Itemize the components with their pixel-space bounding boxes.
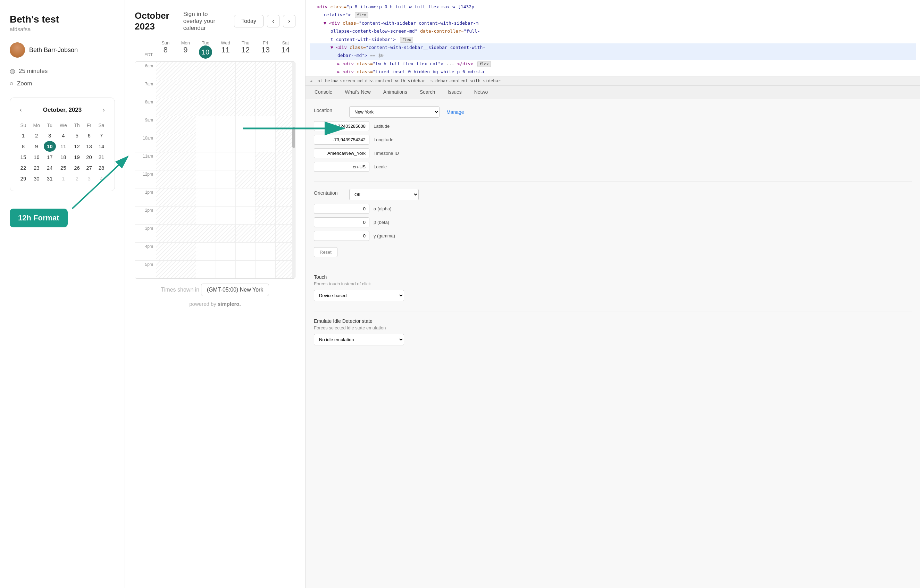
timezone-input[interactable] — [314, 148, 369, 158]
calendar-cell[interactable] — [176, 188, 196, 206]
tab-issues[interactable]: Issues — [441, 86, 468, 99]
calendar-cell[interactable] — [255, 98, 275, 116]
mini-cal-day[interactable]: 6 — [83, 130, 95, 141]
mini-cal-day[interactable]: 2 — [71, 173, 83, 184]
calendar-cell[interactable] — [215, 62, 235, 80]
prev-week-button[interactable]: ‹ — [267, 15, 279, 28]
calendar-cell[interactable] — [156, 260, 176, 279]
calendar-cell[interactable] — [255, 170, 275, 188]
calendar-cell[interactable] — [156, 134, 176, 152]
mini-cal-day[interactable]: 3 — [44, 130, 56, 141]
calendar-cell[interactable] — [215, 134, 235, 152]
calendar-cell[interactable] — [196, 62, 215, 80]
calendar-cell[interactable] — [235, 152, 255, 170]
calendar-cell[interactable] — [215, 206, 235, 224]
calendar-cell[interactable] — [176, 134, 196, 152]
mini-cal-day[interactable]: 20 — [83, 152, 95, 162]
calendar-cell[interactable] — [176, 98, 196, 116]
calendar-cell[interactable] — [215, 98, 235, 116]
calendar-cell[interactable] — [255, 152, 275, 170]
mini-cal-day[interactable]: 7 — [95, 130, 108, 141]
calendar-cell[interactable] — [196, 80, 215, 98]
calendar-cell[interactable] — [156, 242, 176, 260]
mini-cal-day[interactable]: 15 — [17, 152, 29, 162]
orientation-select[interactable]: Off — [349, 189, 419, 200]
calendar-cell[interactable] — [235, 188, 255, 206]
calendar-cell[interactable] — [156, 116, 176, 134]
calendar-cell[interactable] — [196, 170, 215, 188]
calendar-cell[interactable] — [235, 260, 255, 279]
devtools-tabs[interactable]: Console What's New Animations Search Iss… — [306, 86, 920, 99]
calendar-cell[interactable] — [176, 260, 196, 279]
calendar-cell[interactable] — [196, 260, 215, 279]
next-week-button[interactable]: › — [283, 15, 295, 28]
locale-input[interactable] — [314, 162, 369, 172]
calendar-cell[interactable] — [215, 224, 235, 242]
calendar-cell[interactable] — [255, 224, 275, 242]
mini-cal-day[interactable]: 1 — [17, 130, 29, 141]
calendar-cell[interactable] — [215, 242, 235, 260]
calendar-cell[interactable] — [156, 152, 176, 170]
calendar-cell[interactable] — [196, 152, 215, 170]
calendar-cell[interactable] — [255, 116, 275, 134]
manage-button[interactable]: Manage — [447, 109, 464, 115]
calendar-cell[interactable] — [176, 224, 196, 242]
calendar-cell[interactable] — [156, 206, 176, 224]
calendar-cell[interactable] — [255, 206, 275, 224]
tab-search[interactable]: Search — [413, 86, 441, 99]
calendar-cell[interactable] — [156, 98, 176, 116]
mini-cal-day[interactable]: 25 — [56, 162, 71, 173]
reset-button[interactable]: Reset — [314, 247, 337, 257]
calendar-cell[interactable] — [156, 224, 176, 242]
calendar-cell[interactable] — [215, 152, 235, 170]
calendar-cell[interactable] — [176, 206, 196, 224]
location-select[interactable]: New York — [349, 106, 439, 118]
mini-cal-day[interactable]: 27 — [83, 162, 95, 173]
calendar-cell[interactable] — [235, 80, 255, 98]
calendar-cell[interactable] — [176, 170, 196, 188]
calendar-cell[interactable] — [196, 116, 215, 134]
calendar-cell[interactable] — [196, 134, 215, 152]
longitude-input[interactable] — [314, 134, 369, 145]
calendar-cell[interactable] — [255, 134, 275, 152]
alpha-input[interactable] — [314, 204, 369, 214]
calendar-cell[interactable] — [215, 116, 235, 134]
mini-cal-day[interactable]: 29 — [17, 173, 29, 184]
mini-cal-prev-btn[interactable]: ‹ — [17, 105, 25, 115]
mini-cal-day[interactable]: 13 — [83, 141, 95, 152]
calendar-cell[interactable] — [176, 62, 196, 80]
mini-cal-day[interactable]: 24 — [44, 162, 56, 173]
tab-whats-new[interactable]: What's New — [339, 86, 377, 99]
mini-cal-day[interactable]: 3 — [83, 173, 95, 184]
tab-network[interactable]: Netwo — [468, 86, 494, 99]
tab-console[interactable]: Console — [308, 86, 339, 99]
calendar-cell[interactable] — [176, 242, 196, 260]
calendar-cell[interactable] — [235, 170, 255, 188]
mini-cal-day[interactable]: 9 — [29, 141, 44, 152]
calendar-cell[interactable] — [255, 62, 275, 80]
mini-cal-day[interactable]: 28 — [95, 162, 108, 173]
calendar-cell[interactable] — [235, 116, 255, 134]
mini-cal-day[interactable]: 19 — [71, 152, 83, 162]
calendar-cell[interactable] — [176, 152, 196, 170]
calendar-cell[interactable] — [255, 80, 275, 98]
today-button[interactable]: Today — [234, 15, 264, 28]
calendar-cell[interactable] — [235, 224, 255, 242]
mini-cal-day[interactable]: 1 — [56, 173, 71, 184]
idle-select[interactable]: No idle emulation — [314, 334, 404, 345]
beta-input[interactable] — [314, 217, 369, 227]
mini-cal-day[interactable]: 2 — [29, 130, 44, 141]
calendar-cell[interactable] — [176, 80, 196, 98]
mini-cal-day[interactable]: 31 — [44, 173, 56, 184]
mini-cal-day[interactable]: 22 — [17, 162, 29, 173]
mini-cal-day[interactable]: 14 — [95, 141, 108, 152]
gamma-input[interactable] — [314, 231, 369, 241]
mini-cal-day[interactable]: 8 — [17, 141, 29, 152]
mini-cal-next-btn[interactable]: › — [100, 105, 108, 115]
latitude-input[interactable] — [314, 121, 369, 131]
calendar-cell[interactable] — [235, 62, 255, 80]
calendar-cell[interactable] — [196, 188, 215, 206]
calendar-cell[interactable] — [235, 242, 255, 260]
calendar-cell[interactable] — [255, 260, 275, 279]
mini-cal-day[interactable]: 18 — [56, 152, 71, 162]
